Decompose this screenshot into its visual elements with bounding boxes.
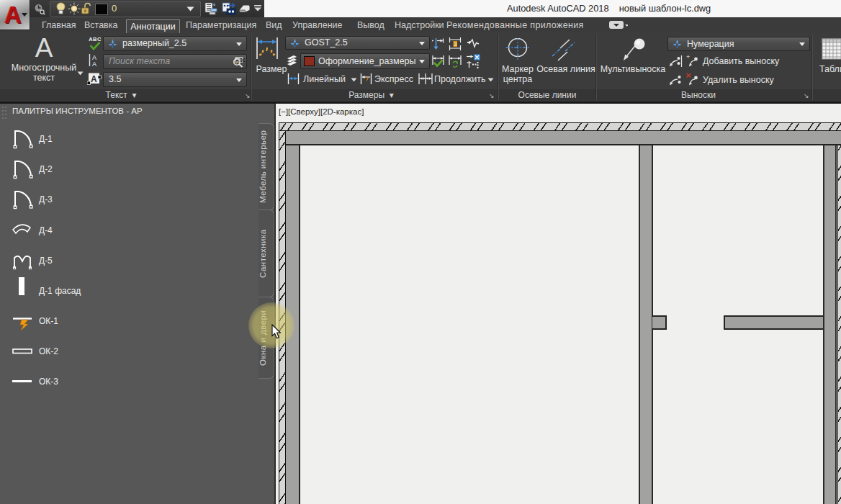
svg-text:А: А — [91, 74, 97, 84]
svg-text:3: 3 — [454, 42, 457, 47]
svg-text:+: + — [686, 54, 690, 60]
svg-text:А: А — [92, 60, 96, 67]
